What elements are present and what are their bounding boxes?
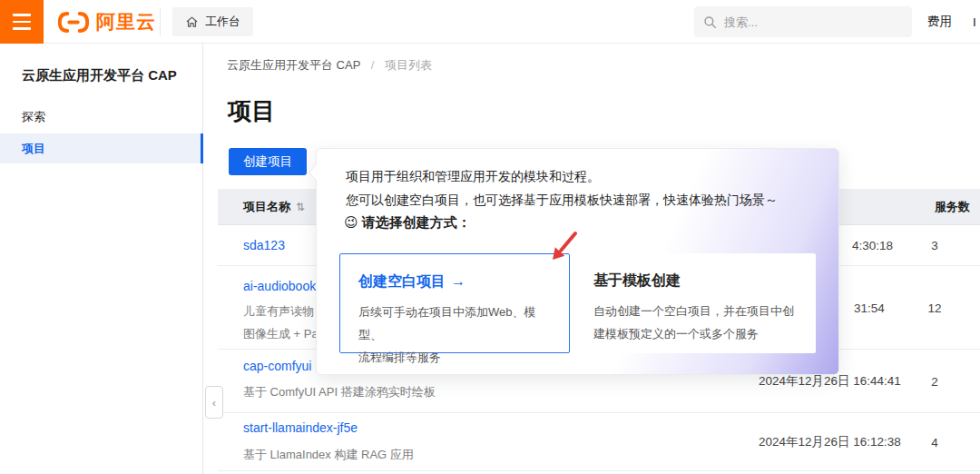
template-project-description: 自动创建一个空白项目，并在项目中创 建模板预定义的一个或多个服务 bbox=[593, 300, 799, 345]
clipped-menu-item[interactable]: I bbox=[973, 0, 976, 44]
billing-menu-item[interactable]: 费用 bbox=[927, 0, 952, 44]
create-project-popover: 项目用于组织和管理应用开发的模块和过程。 您可以创建空白项目，也可选择基于应用模… bbox=[316, 148, 839, 375]
popover-intro-line1: 项目用于组织和管理应用开发的模块和过程。 bbox=[346, 164, 778, 188]
wink-emoji-icon: 😉 bbox=[344, 214, 358, 230]
search-input[interactable] bbox=[724, 15, 887, 29]
search-icon bbox=[703, 15, 717, 29]
aliyun-brackets-icon bbox=[56, 10, 91, 35]
arrow-right-icon: → bbox=[451, 273, 466, 289]
services-count: 3 bbox=[918, 239, 951, 252]
workbench-button[interactable]: 工作台 bbox=[172, 7, 253, 36]
chevron-left-icon: ‹ bbox=[212, 396, 216, 410]
breadcrumb-current: 项目列表 bbox=[385, 58, 432, 72]
hamburger-menu-icon[interactable] bbox=[0, 0, 44, 44]
table-row: start-llamaindex-jf5e 基于 LlamaIndex 构建 R… bbox=[218, 413, 980, 471]
app-window: 阿里云 工作台 费用 I 云原生应用开发平台 CAP 探索 项目 ‹ 云原生应 bbox=[0, 0, 980, 474]
project-description: 基于 ComfyUI API 搭建涂鸦实时绘板 bbox=[243, 384, 436, 400]
blank-project-description: 后续可手动在项目中添加Web、模型、 流程编排等服务 bbox=[358, 301, 553, 369]
breadcrumb-root[interactable]: 云原生应用开发平台 CAP bbox=[227, 58, 360, 72]
popover-prompt: 😉 请选择创建方式： bbox=[344, 214, 471, 232]
page-title: 项目 bbox=[228, 95, 275, 127]
home-icon bbox=[185, 15, 199, 29]
global-search bbox=[694, 6, 912, 37]
services-count: 12 bbox=[918, 301, 951, 314]
topbar-divider bbox=[160, 8, 161, 35]
project-name-link[interactable]: sda123 bbox=[243, 238, 285, 252]
sidebar-collapse-toggle[interactable]: ‹ bbox=[205, 386, 223, 419]
services-count: 4 bbox=[918, 435, 951, 449]
sidebar-item-explore[interactable]: 探索 bbox=[0, 102, 203, 132]
sidebar-item-projects[interactable]: 项目 bbox=[0, 133, 203, 163]
sidebar: 云原生应用开发平台 CAP 探索 项目 bbox=[0, 44, 203, 474]
created-time: 2024年12月26日 16:12:38 bbox=[759, 434, 901, 450]
template-project-title: 基于模板创建 bbox=[593, 272, 799, 291]
project-name-link[interactable]: start-llamaindex-jf5e bbox=[243, 420, 358, 435]
project-name-link[interactable]: cap-comfyui bbox=[243, 359, 311, 373]
project-description: 图像生成 + Pa bbox=[243, 326, 318, 342]
project-description: 儿童有声读物 bbox=[243, 303, 314, 320]
services-count: 2 bbox=[918, 374, 951, 388]
column-header-project-name[interactable]: 项目名称 ⇅ bbox=[243, 189, 305, 225]
created-time: 2024年12月26日 16:44:41 bbox=[759, 373, 901, 390]
breadcrumb-separator: / bbox=[371, 58, 375, 72]
sort-icon[interactable]: ⇅ bbox=[296, 201, 305, 213]
project-name-link[interactable]: ai-audiobook bbox=[243, 279, 316, 293]
popover-intro-line2: 您可以创建空白项目，也可选择基于应用模板快速部署，快速体验热门场景～ bbox=[346, 188, 778, 212]
create-from-template-card[interactable]: 基于模板创建 自动创建一个空白项目，并在项目中创 建模板预定义的一个或多个服务 bbox=[575, 253, 816, 353]
popover-intro: 项目用于组织和管理应用开发的模块和过程。 您可以创建空白项目，也可选择基于应用模… bbox=[346, 164, 778, 212]
sidebar-title: 云原生应用开发平台 CAP bbox=[22, 67, 190, 84]
breadcrumb: 云原生应用开发平台 CAP / 项目列表 bbox=[227, 57, 432, 74]
blank-project-title: 创建空白项目→ bbox=[358, 272, 553, 291]
top-navbar: 阿里云 工作台 费用 I bbox=[0, 0, 980, 44]
create-project-button[interactable]: 创建项目 bbox=[229, 148, 307, 175]
create-blank-project-card[interactable]: 创建空白项目→ 后续可手动在项目中添加Web、模型、 流程编排等服务 bbox=[339, 253, 570, 353]
created-time: 31:54 bbox=[854, 301, 885, 314]
aliyun-logo-text: 阿里云 bbox=[96, 9, 156, 35]
workbench-label: 工作台 bbox=[205, 14, 240, 30]
aliyun-logo[interactable]: 阿里云 bbox=[56, 0, 156, 44]
project-description: 基于 LlamaIndex 构建 RAG 应用 bbox=[243, 447, 414, 463]
column-header-services: 服务数 bbox=[935, 189, 970, 225]
created-time: 4:30:18 bbox=[852, 239, 893, 252]
